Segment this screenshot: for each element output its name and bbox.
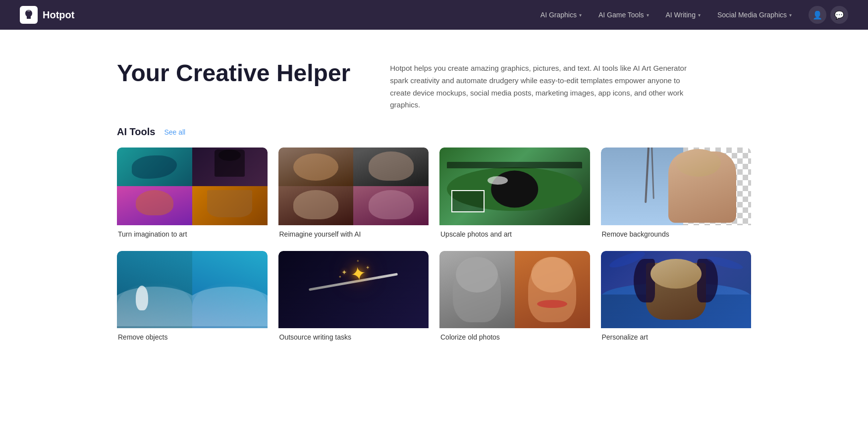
logo[interactable]: Hotpot <box>20 6 74 24</box>
tool-card-label: Remove backgrounds <box>601 225 752 240</box>
tool-card-image <box>601 251 752 329</box>
tool-card-image <box>439 148 590 225</box>
nav-ai-writing[interactable]: AI Writing ▾ <box>659 7 707 23</box>
chat-icon: 💬 <box>834 10 844 20</box>
nav-ai-game-tools[interactable]: AI Game Tools ▾ <box>592 7 656 23</box>
card-image-cell <box>192 148 268 186</box>
hero-section: Your Creative Helper Hotpot helps you cr… <box>87 30 781 126</box>
card-image-cell <box>278 186 354 225</box>
chevron-down-icon: ▾ <box>789 12 792 18</box>
chevron-down-icon: ▾ <box>579 12 582 18</box>
card-image-cell <box>353 186 429 225</box>
card-image-cell: ✦ ✦ ✦ ✦ ✦ <box>278 251 429 329</box>
tool-card-remove-bg[interactable]: Remove backgrounds <box>601 148 752 240</box>
hero-title: Your Creative Helper <box>117 59 350 87</box>
tool-card-image <box>117 251 268 329</box>
tool-card-upscale[interactable]: Upscale photos and art <box>439 148 590 240</box>
card-image-cell <box>353 148 429 186</box>
nav-social-media[interactable]: Social Media Graphics ▾ <box>710 7 799 23</box>
card-image-cell <box>439 251 515 329</box>
card-image-cell <box>601 148 752 225</box>
main-content: AI Tools See all <box>87 126 781 373</box>
tool-card-image <box>601 148 752 225</box>
tool-card-label: Outsource writing tasks <box>278 328 429 343</box>
hero-description: Hotpot helps you create amazing graphics… <box>390 59 687 111</box>
card-image-cell <box>192 186 268 225</box>
tool-card-turn-imagination[interactable]: Turn imagination to art <box>117 148 268 240</box>
chevron-down-icon: ▾ <box>698 12 701 18</box>
svg-rect-0 <box>27 10 30 11</box>
tool-card-personalize[interactable]: Personalize art <box>601 251 752 344</box>
ai-tools-header: AI Tools See all <box>117 126 751 138</box>
tool-card-writing[interactable]: ✦ ✦ ✦ ✦ ✦ Outsource writing tasks <box>278 251 429 344</box>
user-account-button[interactable]: 👤 <box>809 6 826 24</box>
card-image-cell <box>439 148 590 225</box>
chat-button[interactable]: 💬 <box>830 6 848 24</box>
card-image-cell <box>117 251 192 329</box>
card-image-cell <box>117 148 192 186</box>
tool-card-remove-objects[interactable]: Remove objects <box>117 251 268 344</box>
ai-tools-title: AI Tools <box>117 126 155 138</box>
tool-card-label: Colorize old photos <box>439 328 590 343</box>
card-image-cell <box>601 251 752 329</box>
nav-ai-graphics[interactable]: AI Graphics ▾ <box>534 7 589 23</box>
tool-card-label: Reimagine yourself with AI <box>278 225 429 240</box>
card-image-cell <box>117 186 192 225</box>
navbar: Hotpot AI Graphics ▾ AI Game Tools ▾ AI … <box>0 0 868 30</box>
card-image-cell <box>192 251 268 329</box>
tool-card-image <box>117 148 268 225</box>
tool-card-image <box>439 251 590 329</box>
tool-card-label: Remove objects <box>117 328 268 343</box>
tool-card-label: Personalize art <box>601 328 752 343</box>
card-image-cell <box>515 251 590 329</box>
tool-card-reimagine[interactable]: Reimagine yourself with AI <box>278 148 429 240</box>
nav-links: AI Graphics ▾ AI Game Tools ▾ AI Writing… <box>534 7 799 23</box>
user-icon: 👤 <box>813 10 822 20</box>
logo-icon <box>20 6 38 24</box>
tool-card-image <box>278 148 429 225</box>
logo-text: Hotpot <box>43 9 74 21</box>
tool-card-image: ✦ ✦ ✦ ✦ ✦ <box>278 251 429 329</box>
chevron-down-icon: ▾ <box>647 12 649 18</box>
card-image-cell <box>278 148 354 186</box>
nav-icons: 👤 💬 <box>809 6 848 24</box>
tools-grid: Turn imagination to art <box>117 148 751 343</box>
see-all-link[interactable]: See all <box>164 128 185 136</box>
tool-card-label: Turn imagination to art <box>117 225 268 240</box>
tool-card-label: Upscale photos and art <box>439 225 590 240</box>
tool-card-colorize[interactable]: Colorize old photos <box>439 251 590 344</box>
